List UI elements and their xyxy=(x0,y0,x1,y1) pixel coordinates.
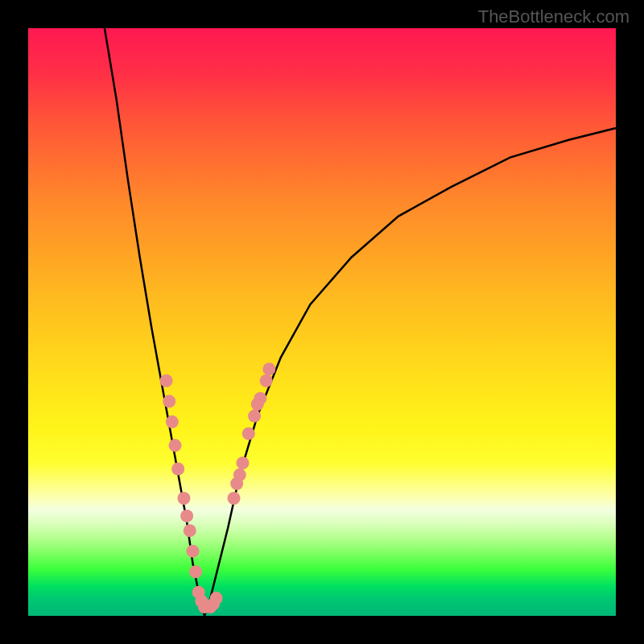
data-point xyxy=(184,524,196,537)
data-point xyxy=(163,395,175,408)
chart-svg xyxy=(28,28,616,616)
data-point xyxy=(228,492,241,505)
data-point xyxy=(262,362,275,375)
data-point xyxy=(166,415,179,428)
data-point xyxy=(233,469,246,481)
bottleneck-curve xyxy=(105,28,616,616)
data-points xyxy=(160,362,276,613)
watermark-text: TheBottleneck.com xyxy=(478,6,630,27)
data-point xyxy=(254,392,266,405)
data-point xyxy=(169,439,182,452)
chart-plot-area xyxy=(28,28,616,616)
data-point xyxy=(177,492,190,505)
data-point xyxy=(248,410,261,423)
data-point xyxy=(189,565,202,578)
data-point xyxy=(242,427,255,440)
data-point xyxy=(180,510,193,522)
data-point xyxy=(260,374,273,387)
data-point xyxy=(171,463,184,476)
data-point xyxy=(160,374,173,387)
data-point xyxy=(186,545,199,558)
data-point xyxy=(210,592,223,605)
data-point xyxy=(236,456,249,469)
